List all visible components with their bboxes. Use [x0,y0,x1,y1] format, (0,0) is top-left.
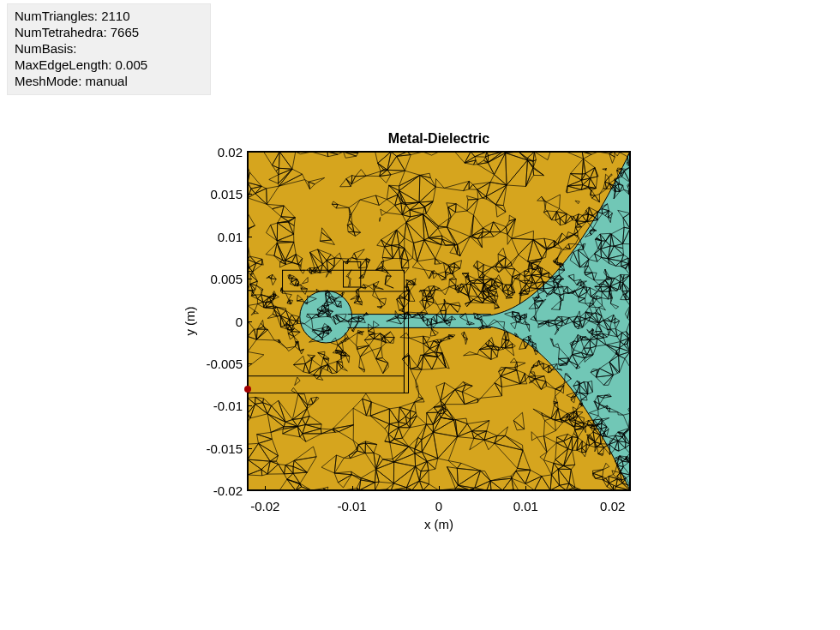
tick-text: -0.02 [213,483,243,498]
label: MeshMode: [15,74,86,88]
tick-text: 0.01 [513,499,538,513]
y-axis-label-text: y (m) [183,306,197,335]
y-tick-mark [247,152,252,153]
y-tick-mark [247,490,252,491]
tick-text: 0.02 [218,145,243,159]
x-tick-mark [265,486,266,491]
y-tick-label: 0.015 [210,187,243,201]
info-num-tetrahedra: NumTetrahedra: 7665 [15,24,203,40]
label: MaxEdgeLength: [15,57,116,72]
y-tick-mark [247,279,252,279]
value: manual [86,74,128,88]
x-tick-label: -0.02 [250,499,279,513]
y-tick-mark [247,237,252,237]
info-max-edge-length: MaxEdgeLength: 0.005 [15,57,203,73]
x-tick-mark [439,486,440,491]
y-tick-label: 0 [236,314,243,328]
y-tick-label: 0.02 [218,145,243,159]
tick-text: -0.01 [213,399,243,413]
y-tick-mark [247,405,252,406]
tick-text: 0.02 [600,499,625,513]
figure-root: NumTriangles: 2110 NumTetrahedra: 7665 N… [0,0,840,630]
tick-text: -0.02 [250,499,279,513]
tick-text: -0.01 [338,499,367,513]
y-axis-label: y (m) [183,152,196,490]
axes: Metal-Dielectric y (m) x (m) 0.020.0150.… [247,151,631,491]
info-num-triangles: NumTriangles: 2110 [15,8,203,24]
x-axis-label: x (m) [248,517,630,531]
label: NumTriangles: [15,9,101,23]
y-tick-label: -0.005 [206,356,243,370]
info-num-basis: NumBasis: [15,40,203,57]
tick-text: 0 [236,314,243,328]
x-tick-label: 0.02 [600,499,625,513]
y-tick-mark [247,448,252,449]
value: 2110 [101,9,129,23]
y-tick-mark [247,363,252,364]
y-tick-label: -0.02 [213,483,243,498]
tick-text: 0.005 [210,272,243,286]
mesh-plot [248,152,630,490]
y-tick-label: -0.01 [213,399,243,413]
tick-text: 0.015 [210,187,243,201]
tick-text: -0.015 [206,441,243,455]
x-tick-mark [613,486,614,491]
feed-point-marker [244,386,251,393]
tick-text: 0.01 [218,229,243,243]
label: NumBasis: [15,41,77,56]
label: NumTetrahedra: [15,25,111,39]
plot-title: Metal-Dielectric [248,131,630,147]
x-tick-label: 0.01 [513,499,538,513]
y-tick-label: 0.01 [218,229,243,243]
y-tick-label: 0.005 [210,272,243,286]
y-tick-mark [247,194,252,195]
value: 0.005 [116,57,148,72]
x-tick-mark [525,486,526,491]
tick-text: -0.005 [206,356,243,370]
value: 7665 [111,25,139,39]
x-tick-mark [352,486,353,491]
x-tick-label: -0.01 [338,499,367,513]
info-mesh-mode: MeshMode: manual [15,73,203,89]
y-tick-label: -0.015 [206,441,243,455]
mesh-info-box: NumTriangles: 2110 NumTetrahedra: 7665 N… [7,3,211,95]
tick-text: 0 [435,499,442,513]
y-tick-mark [247,321,252,322]
x-tick-label: 0 [435,499,442,513]
